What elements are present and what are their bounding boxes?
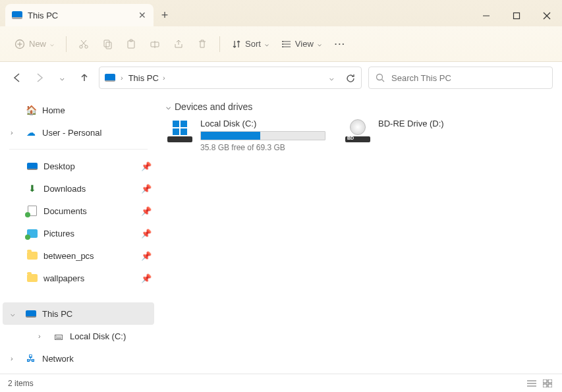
storage-bar — [200, 131, 325, 140]
sort-button[interactable]: Sort ⌵ — [227, 33, 274, 55]
pin-icon[interactable]: 📌 — [141, 251, 152, 261]
sidebar-item-folder[interactable]: between_pcs 📌 — [0, 244, 157, 267]
expand-icon[interactable]: › — [38, 332, 47, 340]
recent-button[interactable]: ⌵ — [54, 67, 70, 88]
view-button[interactable]: View ⌵ — [277, 33, 327, 55]
svg-point-8 — [85, 45, 88, 47]
copy-button[interactable] — [97, 33, 118, 55]
sidebar-item-downloads[interactable]: ⬇ Downloads 📌 — [0, 177, 157, 200]
group-header[interactable]: ⌵ Devices and drives — [166, 101, 553, 112]
cut-icon — [78, 39, 89, 49]
copy-icon — [102, 39, 113, 49]
drive-subtext: 35.8 GB free of 69.3 GB — [200, 143, 331, 152]
drive-name: Local Disk (C:) — [200, 119, 331, 128]
title-bar: This PC ✕ + — [0, 0, 562, 26]
sidebar-item-local-disk[interactable]: › 🖴 Local Disk (C:) — [0, 325, 157, 347]
cut-button[interactable] — [73, 33, 94, 55]
desktop-icon — [26, 161, 38, 171]
pin-icon[interactable]: 📌 — [141, 161, 152, 171]
sidebar-item-pictures[interactable]: Pictures 📌 — [0, 222, 157, 244]
drive-name: BD-RE Drive (D:) — [378, 119, 509, 128]
pin-icon[interactable]: 📌 — [141, 273, 152, 283]
sidebar-item-network[interactable]: › 🖧 Network — [0, 347, 157, 370]
close-tab-icon[interactable]: ✕ — [138, 10, 147, 20]
close-window-button[interactable] — [532, 5, 562, 26]
svg-point-23 — [377, 74, 383, 80]
paste-button[interactable] — [121, 33, 142, 55]
sidebar-item-documents[interactable]: Documents 📌 — [0, 200, 157, 222]
ellipsis-icon: ··· — [335, 39, 346, 49]
refresh-button[interactable] — [346, 73, 356, 83]
expand-icon[interactable]: › — [11, 354, 20, 362]
paste-icon — [126, 39, 136, 49]
forward-button[interactable] — [32, 67, 47, 88]
sort-icon — [232, 40, 241, 49]
chevron-down-icon: ⌵ — [265, 40, 269, 47]
up-button[interactable] — [76, 67, 92, 88]
toolbar: New ⌵ Sort ⌵ View ⌵ ··· — [0, 26, 562, 62]
address-row: ⌵ › This PC› ⌵ — [0, 62, 562, 94]
sort-label: Sort — [245, 39, 261, 49]
pin-icon[interactable]: 📌 — [141, 229, 152, 238]
svg-line-9 — [82, 40, 86, 45]
tab-title: This PC — [28, 11, 138, 20]
search-icon — [376, 73, 385, 82]
window-tab[interactable]: This PC ✕ — [5, 4, 154, 26]
share-button[interactable] — [168, 33, 189, 55]
sidebar-item-desktop[interactable]: Desktop 📌 — [0, 155, 157, 177]
group-header-label: Devices and drives — [175, 101, 252, 112]
address-bar[interactable]: › This PC› ⌵ — [99, 67, 362, 89]
svg-rect-1 — [514, 13, 520, 19]
drive-item-local-disk[interactable]: Local Disk (C:) 35.8 GB free of 69.3 GB — [166, 119, 331, 152]
sidebar-item-this-pc[interactable]: ⌵ This PC — [3, 302, 154, 325]
more-button[interactable]: ··· — [329, 33, 351, 55]
search-bar[interactable] — [368, 67, 553, 89]
details-view-button[interactable] — [525, 378, 538, 389]
drive-item-bd-re[interactable]: BD BD-RE Drive (D:) — [344, 119, 509, 152]
this-pc-icon — [25, 308, 37, 319]
minimize-button[interactable] — [471, 5, 501, 26]
item-count: 2 items — [8, 379, 34, 388]
breadcrumb[interactable]: This PC› — [128, 73, 165, 83]
optical-drive-icon: BD — [344, 119, 372, 142]
sidebar-item-label: Pictures — [43, 229, 74, 238]
network-icon: 🖧 — [25, 353, 37, 364]
maximize-button[interactable] — [501, 5, 532, 26]
svg-rect-12 — [106, 42, 111, 49]
folder-icon — [26, 250, 38, 261]
rename-button[interactable] — [144, 33, 165, 55]
cloud-icon: ☁ — [25, 127, 37, 138]
plus-circle-icon — [14, 39, 25, 49]
sidebar-item-folder[interactable]: wallpapers 📌 — [0, 267, 157, 289]
pin-icon[interactable]: 📌 — [141, 184, 152, 194]
expand-icon[interactable]: › — [11, 128, 20, 136]
pictures-icon — [26, 228, 38, 238]
this-pc-icon — [105, 74, 115, 82]
chevron-down-icon[interactable]: ⌵ — [329, 74, 334, 82]
sidebar-item-user[interactable]: › ☁ User - Personal — [0, 121, 157, 144]
delete-button[interactable] — [192, 33, 213, 55]
chevron-right-icon[interactable]: › — [121, 74, 123, 82]
thumbnails-view-button[interactable] — [541, 378, 554, 389]
chevron-down-icon: ⌵ — [60, 74, 65, 82]
folder-icon — [26, 273, 38, 283]
svg-point-22 — [282, 46, 283, 47]
sidebar-item-label: User - Personal — [42, 128, 101, 138]
back-button[interactable] — [9, 67, 25, 88]
search-input[interactable] — [391, 73, 546, 83]
sidebar-item-home[interactable]: 🏠 Home — [0, 99, 157, 121]
new-tab-button[interactable]: + — [154, 4, 176, 26]
home-icon: 🏠 — [25, 105, 37, 115]
chevron-down-icon: ⌵ — [166, 102, 171, 111]
pin-icon[interactable]: 📌 — [141, 206, 152, 216]
svg-line-24 — [382, 80, 385, 82]
local-disk-icon — [166, 119, 194, 142]
share-icon — [173, 39, 184, 49]
svg-rect-28 — [543, 379, 547, 383]
svg-rect-31 — [548, 384, 552, 387]
svg-point-21 — [282, 43, 283, 45]
status-bar: 2 items — [0, 374, 562, 392]
new-button[interactable]: New ⌵ — [9, 33, 59, 55]
expand-icon[interactable]: ⌵ — [11, 310, 20, 318]
chevron-down-icon: ⌵ — [318, 40, 322, 47]
